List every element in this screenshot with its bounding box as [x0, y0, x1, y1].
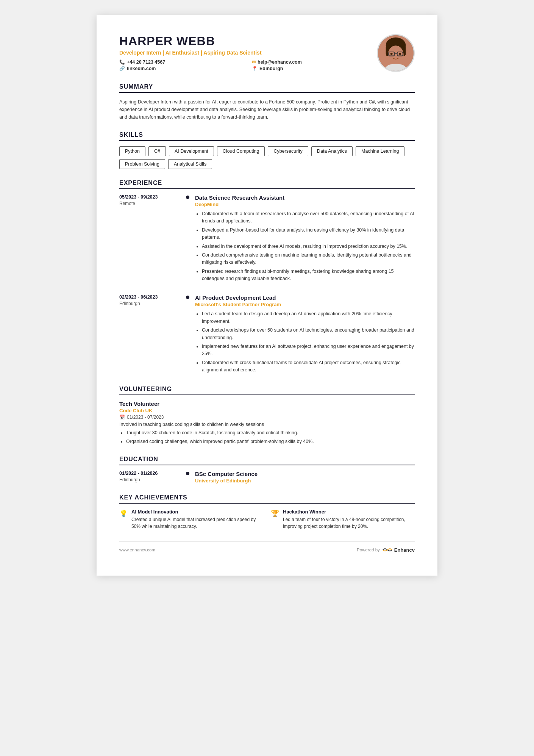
edu-dot-col	[184, 471, 191, 484]
edu-right: BSc Computer Science University of Edinb…	[195, 471, 415, 484]
skill-tag: Problem Solving	[119, 159, 165, 169]
exp-date: 02/2023 - 06/2023	[119, 294, 180, 300]
exp-job-title: AI Product Development Lead	[195, 294, 415, 301]
exp-company: Microsoft's Student Partner Program	[195, 302, 415, 307]
edu-date: 01/2022 - 01/2026	[119, 471, 180, 476]
education-title: EDUCATION	[119, 456, 415, 465]
exp-dot-col	[184, 194, 191, 284]
edu-item: 01/2022 - 01/2026 Edinburgh BSc Computer…	[119, 471, 415, 484]
list-item: Conducted comprehensive testing on machi…	[202, 252, 415, 266]
phone-icon: 📞	[119, 59, 125, 65]
avatar	[377, 34, 415, 72]
skills-section: SKILLS PythonC#AI DevelopmentCloud Compu…	[119, 131, 415, 169]
achievement-item: 💡 AI Model Innovation Created a unique A…	[119, 509, 263, 530]
experience-title: EXPERIENCE	[119, 180, 415, 189]
list-item: Collaborated with a team of researchers …	[202, 210, 415, 225]
phone-item: 📞 +44 20 7123 4567	[119, 59, 244, 65]
exp-left: 02/2023 - 06/2023 Edinburgh	[119, 294, 180, 375]
experience-item: 05/2023 - 09/2023 Remote Data Science Re…	[119, 194, 415, 284]
footer-url: www.enhancv.com	[119, 548, 155, 552]
email-icon: ✉	[252, 59, 256, 65]
exp-date: 05/2023 - 09/2023	[119, 194, 180, 200]
email-item: ✉ help@enhancv.com	[252, 59, 377, 65]
edu-left: 01/2022 - 01/2026 Edinburgh	[119, 471, 180, 484]
exp-location: Edinburgh	[119, 301, 180, 306]
exp-location: Remote	[119, 201, 180, 206]
location-item: 📍 Edinburgh	[252, 66, 377, 71]
svg-point-4	[388, 45, 403, 64]
exp-dot	[186, 196, 189, 199]
skill-tag: Analytical Skills	[168, 159, 212, 169]
exp-dot	[186, 296, 189, 299]
achievement-item: 🏆 Hackathon Winner Led a team of four to…	[271, 509, 415, 530]
vol-date: 📅 01/2023 - 07/2023	[119, 415, 415, 420]
skill-tag: Cloud Computing	[217, 146, 265, 156]
exp-right: Data Science Research Assistant DeepMind…	[195, 194, 415, 284]
achievement-icon: 🏆	[271, 509, 279, 518]
linkedin-item: 🔗 linkedin.com	[119, 66, 244, 71]
vol-date-text: 01/2023 - 07/2023	[127, 415, 164, 420]
education-section: EDUCATION 01/2022 - 01/2026 Edinburgh BS…	[119, 456, 415, 484]
location-text: Edinburgh	[259, 66, 283, 71]
summary-text: Aspiring Developer Intern with a passion…	[119, 98, 415, 121]
svg-point-8	[390, 53, 393, 55]
exp-bullets: Led a student team to design and develop…	[195, 310, 415, 374]
achievement-desc: Created a unique AI model that increased…	[131, 516, 263, 530]
exp-dot-col	[184, 294, 191, 375]
edu-degree: BSc Computer Science	[195, 471, 415, 477]
skill-tag: Data Analytics	[311, 146, 353, 156]
edu-location: Edinburgh	[119, 477, 180, 482]
header: HARPER WEBB Developer Intern | AI Enthus…	[119, 34, 415, 72]
vol-org: Code Club UK	[119, 408, 415, 413]
enhancv-logo: Enhancv	[382, 547, 415, 553]
skill-tag: C#	[148, 146, 166, 156]
candidate-title: Developer Intern | AI Enthusiast | Aspir…	[119, 50, 377, 56]
list-item: Presented research findings at bi-monthl…	[202, 268, 415, 283]
vol-job-title: Tech Volunteer	[119, 401, 415, 407]
footer-powered: Powered by Enhancv	[357, 547, 415, 553]
experience-section: EXPERIENCE 05/2023 - 09/2023 Remote Data…	[119, 180, 415, 375]
vol-bullets: Taught over 30 children to code in Scrat…	[119, 429, 415, 445]
exp-right: AI Product Development Lead Microsoft's …	[195, 294, 415, 375]
list-item: Implemented new features for an AI softw…	[202, 343, 415, 358]
skill-tag: Machine Learning	[356, 146, 404, 156]
achievement-title: Hackathon Winner	[283, 509, 415, 515]
achievement-icon: 💡	[119, 509, 128, 518]
exp-company: DeepMind	[195, 202, 415, 207]
svg-point-9	[399, 53, 401, 55]
summary-section: SUMMARY Aspiring Developer Intern with a…	[119, 83, 415, 121]
skill-tag: Python	[119, 146, 145, 156]
skill-tag: AI Development	[169, 146, 214, 156]
candidate-name: HARPER WEBB	[119, 34, 377, 48]
list-item: Led a student team to design and develop…	[202, 310, 415, 325]
linkedin-url: linkedin.com	[127, 66, 156, 71]
achievement-title: AI Model Innovation	[131, 509, 263, 515]
list-item: Collaborated with cross-functional teams…	[202, 359, 415, 374]
list-item: Developed a Python-based tool for data a…	[202, 227, 415, 241]
page-footer: www.enhancv.com Powered by Enhancv	[119, 541, 415, 553]
achievement-content: Hackathon Winner Led a team of four to v…	[283, 509, 415, 530]
location-icon: 📍	[252, 66, 258, 71]
resume-page: HARPER WEBB Developer Intern | AI Enthus…	[97, 15, 437, 576]
achievements-section: KEY ACHIEVEMENTS 💡 AI Model Innovation C…	[119, 494, 415, 530]
linkedin-icon: 🔗	[119, 66, 125, 71]
header-left: HARPER WEBB Developer Intern | AI Enthus…	[119, 34, 377, 71]
phone-number: +44 20 7123 4567	[127, 59, 165, 65]
achievement-desc: Led a team of four to victory in a 48-ho…	[283, 516, 415, 530]
list-item: Assisted in the development of three AI …	[202, 243, 415, 250]
achievement-content: AI Model Innovation Created a unique AI …	[131, 509, 263, 530]
edu-institution: University of Edinburgh	[195, 478, 415, 484]
email-address: help@enhancv.com	[258, 59, 302, 65]
list-item: Taught over 30 children to code in Scrat…	[126, 429, 415, 437]
exp-bullets: Collaborated with a team of researchers …	[195, 210, 415, 282]
volunteering-title: VOLUNTEERING	[119, 386, 415, 395]
vol-description: Involved in teaching basic coding skills…	[119, 422, 415, 427]
list-item: Conducted workshops for over 50 students…	[202, 327, 415, 341]
skills-container: PythonC#AI DevelopmentCloud ComputingCyb…	[119, 146, 415, 169]
exp-left: 05/2023 - 09/2023 Remote	[119, 194, 180, 284]
experience-item: 02/2023 - 06/2023 Edinburgh AI Product D…	[119, 294, 415, 375]
experience-container: 05/2023 - 09/2023 Remote Data Science Re…	[119, 194, 415, 375]
list-item: Organised coding challenges, which impro…	[126, 438, 415, 445]
skills-title: SKILLS	[119, 131, 415, 141]
achievements-title: KEY ACHIEVEMENTS	[119, 494, 415, 504]
